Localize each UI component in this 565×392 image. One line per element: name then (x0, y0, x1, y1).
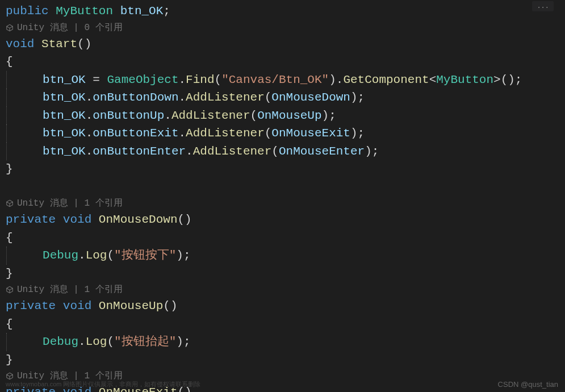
codelens-text: Unity 消息 | 0 个引用 (17, 21, 123, 35)
arg-onmouseup: OnMouseUp (257, 107, 321, 125)
method-onmousedown: OnMouseDown (99, 211, 178, 229)
codelens-text: Unity 消息 | 1 个引用 (17, 283, 123, 297)
method-onmouseup: OnMouseUp (99, 297, 163, 315)
keyword-public: public (6, 2, 49, 20)
keyword-private: private (6, 297, 56, 315)
cube-icon (6, 286, 14, 294)
code-line: private void OnMouseUp() (6, 297, 565, 315)
keyword-void: void (63, 211, 91, 229)
string-button-up: "按钮抬起" (114, 333, 176, 351)
method-log: Log (86, 247, 107, 265)
watermark-csdn: CSDN @qust_tian (498, 380, 558, 389)
arg-onmouseexit: OnMouseExit (271, 124, 350, 143)
method-addlistener: AddListener (186, 89, 265, 107)
code-line: btn_OK.onButtonExit.AddListener(OnMouseE… (6, 124, 565, 143)
var-btn-ok: btn_OK (43, 107, 86, 125)
code-line: Debug.Log("按钮抬起"); (6, 333, 565, 351)
code-line: void Start() (6, 35, 565, 53)
string-button-down: "按钮按下" (114, 247, 176, 265)
collapse-dots[interactable]: ... (532, 1, 554, 11)
var-btn-ok: btn_OK (43, 89, 86, 107)
code-line: public MyButton btn_OK; (6, 2, 565, 20)
var-btn-ok: btn_OK (43, 124, 86, 143)
code-line: btn_OK.onButtonDown.AddListener(OnMouseD… (6, 89, 565, 107)
type-gameobject: GameObject (107, 71, 178, 89)
prop-onbuttonexit: onButtonExit (93, 124, 178, 143)
keyword-private: private (6, 211, 56, 229)
code-line: Debug.Log("按钮按下"); (6, 247, 565, 265)
watermark-source: www.toymoban.com 网络图片仅供展示，非商用，如有侵权请联系删除 (6, 380, 200, 389)
var-btn-ok: btn_OK (43, 71, 86, 89)
code-editor[interactable]: public MyButton btn_OK; Unity 消息 | 0 个引用… (0, 0, 565, 392)
method-log: Log (86, 333, 107, 351)
code-line: { (6, 315, 565, 333)
arg-onmouseenter: OnMouseEnter (279, 143, 365, 161)
method-addlistener: AddListener (186, 124, 265, 143)
codelens-onmouseup[interactable]: Unity 消息 | 1 个引用 (6, 282, 565, 297)
code-line: btn_OK.onButtonEnter.AddListener(OnMouse… (6, 143, 565, 161)
type-mybutton: MyButton (56, 2, 113, 20)
method-getcomponent: GetComponent (343, 71, 429, 89)
cube-icon (6, 372, 14, 380)
codelens-onmousedown[interactable]: Unity 消息 | 1 个引用 (6, 196, 565, 211)
cube-icon (6, 199, 14, 207)
codelens-start[interactable]: Unity 消息 | 0 个引用 (6, 20, 565, 35)
code-line: private void OnMouseDown() (6, 211, 565, 229)
code-line: { (6, 53, 565, 71)
prop-onbuttonup: onButtonUp (93, 107, 164, 125)
prop-onbuttondown: onButtonDown (93, 89, 178, 107)
code-line: btn_OK.onButtonUp.AddListener(OnMouseUp)… (6, 107, 565, 125)
arg-onmousedown: OnMouseDown (271, 89, 350, 107)
type-debug: Debug (43, 247, 78, 265)
cube-icon (6, 24, 14, 32)
keyword-void: void (6, 35, 34, 53)
var-btn-ok: btn_OK (120, 2, 164, 20)
method-addlistener: AddListener (193, 143, 272, 161)
code-line: } (6, 351, 565, 369)
keyword-void: void (63, 297, 91, 315)
type-mybutton: MyButton (436, 71, 493, 89)
code-line: btn_OK = GameObject.Find("Canvas/Btn_OK"… (6, 71, 565, 89)
method-find: Find (186, 71, 214, 89)
code-line: } (6, 160, 565, 178)
code-line: { (6, 229, 565, 247)
type-debug: Debug (43, 333, 78, 351)
blank-line (6, 178, 565, 197)
var-btn-ok: btn_OK (43, 143, 86, 161)
prop-onbuttonenter: onButtonEnter (93, 143, 186, 161)
codelens-text: Unity 消息 | 1 个引用 (17, 197, 123, 210)
method-start: Start (41, 35, 77, 53)
code-line: } (6, 265, 565, 283)
method-addlistener: AddListener (171, 107, 250, 125)
string-canvas-path: "Canvas/Btn_OK" (221, 71, 329, 89)
